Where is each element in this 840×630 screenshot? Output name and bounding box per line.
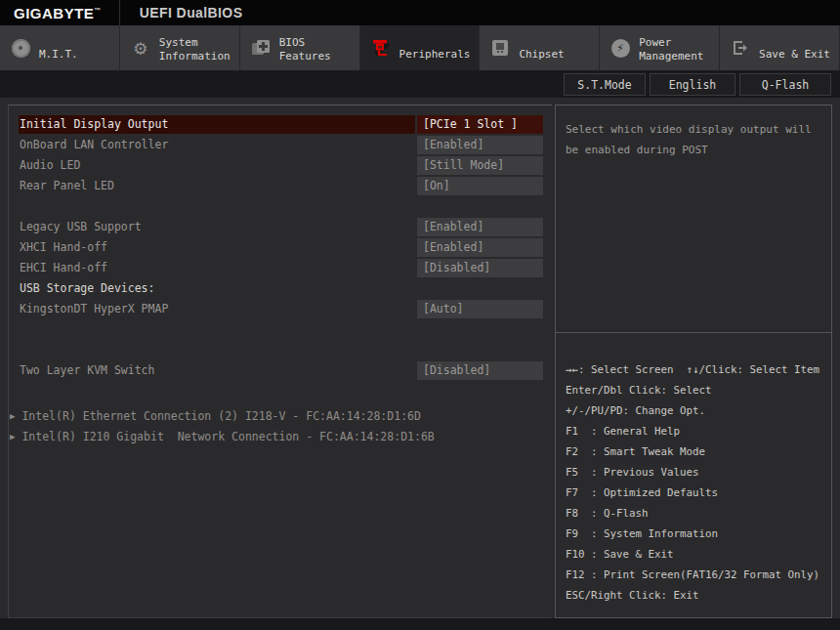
setting-value[interactable]: [Auto]	[417, 300, 543, 318]
key-line: F2 : Smart Tweak Mode	[566, 441, 831, 462]
setting-label: EHCI Hand-off	[19, 259, 415, 277]
tab-label: M.I.T.	[39, 48, 78, 62]
link-intel-i218v[interactable]: ▶ Intel(R) Ethernet Connection (2) I218-…	[10, 405, 552, 426]
setting-label: Initial Display Output	[19, 115, 415, 134]
sub-tab-strip: S.T.Mode English Q-Flash	[0, 70, 840, 98]
setting-label: Audio LED	[19, 156, 415, 175]
key-line: F5 : Previous Values	[566, 462, 831, 483]
subtab-stmode[interactable]: S.T.Mode	[564, 73, 646, 96]
exit-icon	[730, 37, 751, 59]
setting-row-initial-display-output[interactable]: Initial Display Output [PCIe 1 Slot ]	[19, 115, 543, 134]
tab-label: System Information	[159, 36, 233, 63]
settings-panel: Initial Display Output [PCIe 1 Slot ] On…	[8, 105, 552, 618]
tab-bios-features[interactable]: BIOS Features	[240, 25, 360, 70]
gauge-icon	[10, 37, 31, 59]
brand-text: GIGABYTE	[14, 5, 94, 21]
gear-icon: ⚙	[130, 37, 151, 59]
gauge-icon-dot	[19, 46, 22, 50]
key-line: F10 : Save & Exit	[566, 544, 831, 565]
key-legend-box: →←: Select Screen ↑↓/Click: Select Item …	[556, 333, 831, 606]
plug-icon	[370, 37, 392, 59]
power-icon-circle: ⚡	[611, 39, 630, 58]
setting-row-rear-panel-led[interactable]: Rear Panel LED [On]	[19, 177, 543, 195]
triangle-right-icon: ▶	[10, 432, 15, 441]
gauge-icon-ring	[12, 39, 30, 58]
spacer	[19, 320, 552, 361]
gigabyte-logo: GIGABYTE™	[14, 5, 102, 21]
setting-value[interactable]: [Enabled]	[417, 218, 543, 236]
setting-row-onboard-lan[interactable]: OnBoard LAN Controller [Enabled]	[19, 136, 543, 154]
tab-chipset[interactable]: Chipset	[480, 25, 600, 70]
key-line: F8 : Q-Flash	[566, 503, 831, 524]
divider	[119, 0, 120, 25]
key-line: F7 : Optimized Defaults	[566, 483, 831, 503]
link-text: Intel(R) Ethernet Connection (2) I218-V …	[21, 409, 421, 423]
bios-screen: GIGABYTE™ UEFI DualBIOS M.I.T. ⚙ System …	[0, 0, 840, 630]
setting-value[interactable]: [PCIe 1 Slot ]	[417, 115, 543, 134]
main-content: Initial Display Output [PCIe 1 Slot ] On…	[0, 98, 840, 618]
setting-row-ehci-handoff[interactable]: EHCI Hand-off [Disabled]	[19, 259, 543, 277]
setting-value[interactable]: [Disabled]	[417, 361, 543, 380]
main-tab-bar: M.I.T. ⚙ System Information BIOS Feature…	[0, 25, 840, 70]
setting-label: Two Layer KVM Switch	[19, 361, 415, 380]
key-line: F1 : General Help	[566, 421, 831, 441]
setting-label: Legacy USB Support	[19, 218, 415, 236]
setting-label: XHCI Hand-off	[19, 238, 415, 257]
triangle-right-icon: ▶	[10, 411, 15, 421]
link-intel-i210[interactable]: ▶ Intel(R) I210 Gigabit Network Connecti…	[10, 426, 552, 446]
setting-label: KingstonDT HyperX PMAP	[19, 300, 415, 318]
bios-chip-icon	[250, 37, 272, 59]
key-line: ESC/Right Click: Exit	[566, 585, 831, 606]
setting-row-legacy-usb[interactable]: Legacy USB Support [Enabled]	[19, 218, 543, 236]
tab-label: Save & Exit	[759, 48, 830, 62]
title-bar: GIGABYTE™ UEFI DualBIOS	[0, 0, 840, 25]
key-line: F12 : Print Screen(FAT16/32 Format Only)	[566, 565, 831, 585]
tab-power-management[interactable]: ⚡ Power Management	[600, 25, 720, 70]
setting-value[interactable]: [Enabled]	[417, 238, 543, 257]
section-label: USB Storage Devices:	[19, 279, 543, 298]
network-device-links: ▶ Intel(R) Ethernet Connection (2) I218-…	[19, 405, 552, 446]
key-line: →←: Select Screen ↑↓/Click: Select Item	[566, 359, 831, 380]
tab-save-exit[interactable]: Save & Exit	[720, 25, 840, 70]
setting-value[interactable]: [Disabled]	[417, 259, 543, 277]
lightning-icon: ⚡	[617, 42, 624, 54]
spacer	[19, 197, 552, 218]
setting-label: Rear Panel LED	[19, 177, 415, 195]
setting-value[interactable]: [On]	[417, 177, 543, 195]
tab-label: BIOS Features	[279, 36, 354, 63]
key-line: Enter/Dbl Click: Select	[566, 380, 831, 400]
setting-row-kingston-pmap[interactable]: KingstonDT HyperX PMAP [Auto]	[19, 300, 543, 318]
chipset-icon	[489, 37, 511, 59]
tab-label: Power Management	[639, 36, 713, 63]
setting-label: OnBoard LAN Controller	[19, 136, 415, 154]
setting-value[interactable]: [Still Mode]	[417, 156, 543, 175]
tab-mit[interactable]: M.I.T.	[0, 25, 120, 70]
key-line: +/-/PU/PD: Change Opt.	[566, 400, 831, 421]
setting-row-two-layer-kvm[interactable]: Two Layer KVM Switch [Disabled]	[19, 361, 543, 380]
tab-system-information[interactable]: ⚙ System Information	[120, 25, 240, 70]
setting-row-xhci-handoff[interactable]: XHCI Hand-off [Enabled]	[19, 238, 543, 257]
sub-tab-group: S.T.Mode English Q-Flash	[564, 73, 831, 96]
subtab-qflash[interactable]: Q-Flash	[739, 73, 831, 96]
tab-label: Peripherals	[399, 48, 471, 62]
help-panel: Select which video display output will b…	[555, 105, 832, 618]
product-title: UEFI DualBIOS	[140, 5, 243, 21]
item-help-text: Select which video display output will b…	[566, 119, 821, 160]
tab-peripherals[interactable]: Peripherals	[360, 25, 481, 70]
item-help-box: Select which video display output will b…	[556, 105, 831, 333]
tab-label: Chipset	[519, 48, 564, 62]
setting-row-audio-led[interactable]: Audio LED [Still Mode]	[19, 156, 543, 175]
subtab-language[interactable]: English	[650, 73, 735, 96]
key-line: F9 : System Information	[566, 524, 831, 544]
trademark: ™	[94, 7, 102, 14]
setting-value[interactable]: [Enabled]	[417, 136, 543, 154]
link-text: Intel(R) I210 Gigabit Network Connection…	[21, 430, 434, 443]
setting-row-usb-storage-devices: USB Storage Devices:	[19, 279, 543, 298]
power-icon: ⚡	[609, 37, 631, 59]
